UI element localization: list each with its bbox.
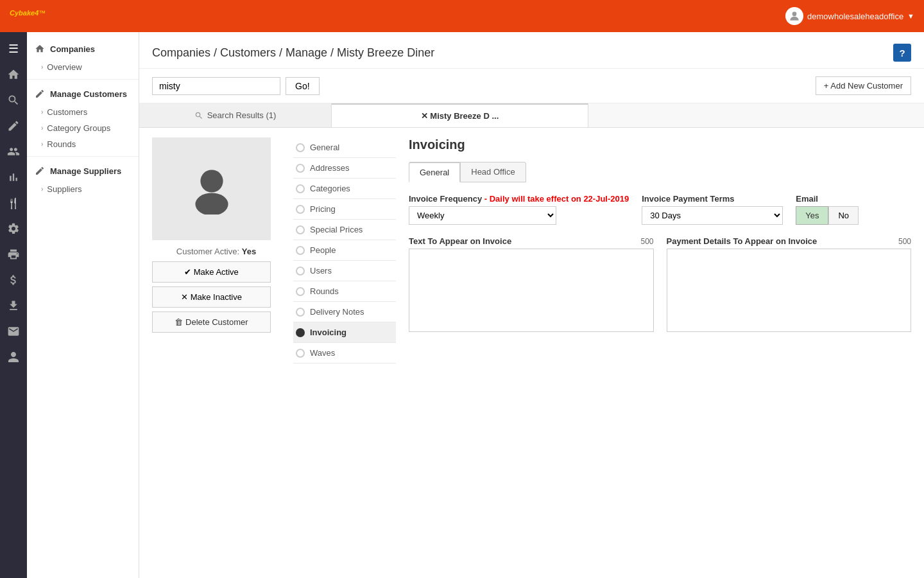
- sidebar-category-groups-label: Category Groups: [47, 123, 110, 133]
- nav-item-special-prices[interactable]: Special Prices: [293, 220, 396, 240]
- invoice-frequency-group: Invoice Frequency - Daily will take effe…: [409, 194, 629, 225]
- svg-point-1: [200, 170, 223, 192]
- radio-categories: [296, 184, 305, 193]
- money-icon[interactable]: [2, 268, 25, 292]
- nav-item-invoicing[interactable]: Invoicing: [293, 322, 396, 343]
- yes-no-toggle: Yes No: [796, 206, 859, 225]
- radio-addresses: [296, 164, 305, 173]
- text-invoice-textarea[interactable]: [409, 249, 654, 332]
- nav-item-categories[interactable]: Categories: [293, 179, 396, 199]
- mail-icon[interactable]: [2, 320, 25, 343]
- email-group: Email Yes No: [796, 194, 859, 225]
- main-content: Companies / Customers / Manage / Misty B…: [139, 32, 924, 578]
- sub-tab-head-office[interactable]: Head Office: [460, 162, 526, 182]
- content-header: Companies / Customers / Manage / Misty B…: [139, 32, 924, 69]
- content-area: Customer Active: Yes ✔ Make Active ✕ Mak…: [139, 128, 924, 373]
- search-icon[interactable]: [2, 89, 25, 112]
- payment-terms-select[interactable]: 30 Days 14 Days 7 Days Cash on Delivery: [642, 206, 783, 225]
- help-button[interactable]: ?: [893, 44, 911, 62]
- arrow-icon: ›: [41, 109, 43, 116]
- payment-details-textarea[interactable]: [667, 249, 912, 332]
- user-menu[interactable]: demowholesaleheadoffice ▼: [785, 7, 914, 25]
- tab-misty-breeze[interactable]: ✕ Misty Breeze D ...: [332, 103, 588, 127]
- sidebar-item-suppliers[interactable]: › Suppliers: [27, 181, 139, 197]
- search-input[interactable]: [152, 77, 280, 95]
- arrow-icon: ›: [41, 125, 43, 132]
- nav-item-pricing[interactable]: Pricing: [293, 199, 396, 220]
- print-icon[interactable]: [2, 243, 25, 266]
- tabs-row: Search Results (1) ✕ Misty Breeze D ...: [139, 103, 924, 128]
- radio-people: [296, 246, 305, 255]
- nav-item-people[interactable]: People: [293, 240, 396, 261]
- nav-item-delivery-notes[interactable]: Delivery Notes: [293, 302, 396, 322]
- user-silhouette-icon: [788, 10, 801, 22]
- sidebar-manage-customers-header[interactable]: Manage Customers: [27, 83, 139, 104]
- text-invoice-group: Text To Appear on Invoice 500: [409, 236, 654, 334]
- sidebar-manage-customers-label: Manage Customers: [50, 89, 127, 99]
- sidebar-companies-label: Companies: [50, 44, 95, 54]
- make-active-button[interactable]: ✔ Make Active: [152, 261, 271, 283]
- make-inactive-button[interactable]: ✕ Make Inactive: [152, 286, 271, 308]
- radio-pricing: [296, 205, 305, 214]
- menu-icon[interactable]: ☰: [2, 37, 25, 60]
- payment-details-group: Payment Details To Appear on Invoice 500: [667, 236, 912, 334]
- delete-customer-button[interactable]: 🗑 Delete Customer: [152, 311, 271, 333]
- sidebar-rounds-label: Rounds: [47, 139, 76, 149]
- gear-icon[interactable]: [2, 217, 25, 240]
- people-icon[interactable]: [2, 140, 25, 163]
- radio-users: [296, 267, 305, 276]
- sidebar-companies-header[interactable]: Companies: [27, 39, 139, 59]
- email-yes-button[interactable]: Yes: [796, 206, 828, 225]
- radio-invoicing: [296, 328, 305, 337]
- radio-delivery-notes: [296, 308, 305, 317]
- user-label: demowholesaleheadoffice: [807, 12, 903, 21]
- tab-search-results[interactable]: Search Results (1): [139, 103, 332, 127]
- sidebar-item-rounds[interactable]: › Rounds: [27, 136, 139, 152]
- sub-tab-general[interactable]: General: [409, 162, 460, 182]
- sidebar-item-customers[interactable]: › Customers: [27, 104, 139, 120]
- tab-misty-breeze-label: ✕ Misty Breeze D ...: [421, 111, 499, 121]
- add-new-customer-button[interactable]: + Add New Customer: [816, 76, 911, 95]
- email-no-button[interactable]: No: [828, 206, 859, 225]
- sidebar: Companies › Overview Manage Customers › …: [27, 32, 139, 578]
- middle-nav: General Addresses Categories Pricing Spe…: [293, 137, 396, 363]
- chart-icon[interactable]: [2, 166, 25, 189]
- nav-item-general[interactable]: General: [293, 137, 396, 158]
- textarea-row: Text To Appear on Invoice 500 Payment De…: [409, 236, 911, 334]
- nav-item-addresses[interactable]: Addresses: [293, 158, 396, 179]
- radio-special-prices: [296, 225, 305, 234]
- customer-avatar: [152, 137, 271, 240]
- nav-item-waves[interactable]: Waves: [293, 343, 396, 363]
- text-invoice-char-count: 500: [640, 237, 653, 246]
- invoice-frequency-label: Invoice Frequency - Daily will take effe…: [409, 194, 629, 204]
- payment-terms-label: Invoice Payment Terms: [642, 194, 783, 204]
- sidebar-manage-suppliers-header[interactable]: Manage Suppliers: [27, 161, 139, 181]
- svg-point-0: [792, 12, 797, 16]
- sidebar-suppliers-label: Suppliers: [47, 184, 81, 194]
- arrow-icon: ›: [41, 64, 43, 71]
- go-button[interactable]: Go!: [286, 77, 320, 95]
- user-avatar-icon: [785, 7, 803, 25]
- text-invoice-label: Text To Appear on Invoice: [409, 236, 511, 246]
- nav-item-users[interactable]: Users: [293, 261, 396, 281]
- user-dropdown-icon: ▼: [907, 12, 914, 20]
- invoicing-title: Invoicing: [409, 137, 911, 152]
- invoice-frequency-warning: - Daily will take effect on 22-Jul-2019: [484, 194, 629, 204]
- home-icon[interactable]: [2, 63, 25, 86]
- avatar-silhouette-icon: [186, 163, 237, 215]
- sidebar-item-category-groups[interactable]: › Category Groups: [27, 120, 139, 136]
- user-profile-icon[interactable]: [2, 346, 25, 369]
- edit-customers-icon: [35, 89, 45, 99]
- svg-point-2: [195, 193, 228, 215]
- radio-rounds: [296, 287, 305, 296]
- top-nav: Cybake4™ demowholesaleheadoffice ▼: [0, 0, 924, 32]
- payment-details-header: Payment Details To Appear on Invoice 500: [667, 236, 912, 246]
- download-icon[interactable]: [2, 294, 25, 317]
- sidebar-manage-suppliers-label: Manage Suppliers: [50, 166, 121, 176]
- cutlery-icon[interactable]: 🍴: [2, 191, 25, 215]
- edit-icon[interactable]: [2, 114, 25, 137]
- nav-item-rounds[interactable]: Rounds: [293, 281, 396, 302]
- sidebar-item-overview[interactable]: › Overview: [27, 59, 139, 75]
- invoice-frequency-select[interactable]: Weekly Daily Monthly: [409, 206, 556, 225]
- brand-logo: Cybake4™: [10, 8, 46, 24]
